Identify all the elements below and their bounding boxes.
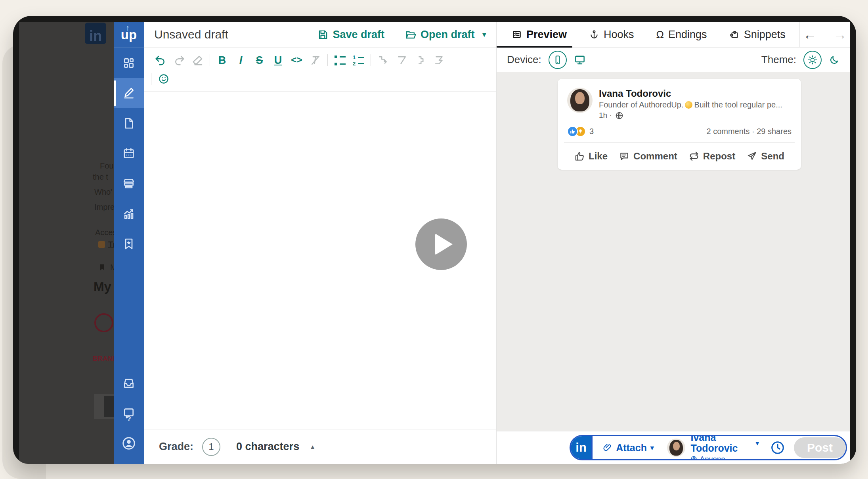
globe-icon bbox=[615, 111, 623, 120]
tab-endings[interactable]: Ω Endings bbox=[656, 22, 707, 47]
post-button[interactable]: Post bbox=[794, 437, 846, 458]
document-icon bbox=[122, 117, 135, 130]
device-theme-bar: Device: Theme: bbox=[497, 48, 850, 72]
chevron-down-icon: ▾ bbox=[650, 445, 654, 451]
comments-shares-count[interactable]: 2 comments · 29 shares bbox=[706, 127, 792, 136]
help-icon: ? bbox=[122, 407, 135, 420]
social-proof-row: 3 2 comments · 29 shares bbox=[558, 120, 801, 137]
theme-dark-button[interactable] bbox=[829, 54, 840, 65]
arrow-left-icon[interactable]: ← bbox=[803, 28, 817, 41]
post-preview-card: Ivana Todorovic Founder of AuthoredUp.Bu… bbox=[558, 79, 801, 170]
drawers-icon bbox=[122, 177, 135, 190]
device-mobile-button[interactable] bbox=[549, 51, 567, 69]
tab-snippets[interactable]: Snippets bbox=[729, 22, 786, 47]
chevron-down-icon: ▾ bbox=[482, 31, 486, 38]
emoji-button[interactable] bbox=[154, 70, 173, 88]
puzzle-icon bbox=[729, 29, 740, 40]
send-button[interactable]: Send bbox=[747, 151, 784, 162]
sidebar-item-saved[interactable] bbox=[114, 229, 144, 259]
theme-light-button[interactable] bbox=[803, 51, 822, 69]
anchor-icon bbox=[589, 29, 599, 40]
undo-button[interactable] bbox=[151, 52, 170, 69]
thumb-up-icon bbox=[574, 151, 585, 161]
app-sidebar: ↑ up ? bbox=[114, 22, 144, 464]
dimmed-text: Fou bbox=[100, 161, 113, 171]
linebreak-style-3-button[interactable] bbox=[411, 52, 430, 69]
compose-bar: in Attach ▾ Ivana Todorovic ▾ Anyone bbox=[497, 431, 850, 464]
post-time: 1h · bbox=[599, 111, 782, 120]
schedule-button[interactable] bbox=[770, 440, 785, 455]
linebreak-style-1-button[interactable] bbox=[374, 52, 392, 69]
sidebar-item-analytics[interactable] bbox=[114, 199, 144, 229]
tab-hooks[interactable]: Hooks bbox=[589, 22, 634, 47]
editor-column: Unsaved draft Save draft Open draft ▾ bbox=[144, 22, 497, 464]
composer-avatar[interactable] bbox=[667, 439, 685, 457]
send-icon bbox=[747, 151, 757, 161]
repost-button[interactable]: Repost bbox=[689, 151, 735, 162]
sidebar-item-library[interactable] bbox=[114, 169, 144, 199]
underline-button[interactable]: U bbox=[269, 52, 287, 69]
bookmark-star-icon bbox=[122, 238, 135, 250]
company-logo-dimmed bbox=[94, 313, 113, 332]
sidebar-item-drafts[interactable] bbox=[114, 108, 144, 138]
comment-icon bbox=[619, 151, 629, 161]
linebreak-style-2-button[interactable] bbox=[392, 52, 411, 69]
calendar-icon bbox=[122, 147, 135, 160]
publish-pill: in Attach ▾ Ivana Todorovic ▾ Anyone bbox=[570, 435, 847, 460]
italic-button[interactable]: I bbox=[231, 52, 250, 69]
arrow-right-icon[interactable]: → bbox=[834, 28, 847, 41]
redo-button[interactable] bbox=[170, 52, 188, 69]
like-button[interactable]: Like bbox=[574, 151, 608, 162]
save-draft-button[interactable]: Save draft bbox=[317, 29, 384, 41]
sidebar-item-editor[interactable] bbox=[114, 78, 144, 108]
like-reaction-icon bbox=[567, 126, 578, 137]
repost-icon bbox=[689, 151, 699, 161]
strikethrough-button[interactable]: S bbox=[250, 52, 269, 69]
tab-preview[interactable]: Preview bbox=[512, 22, 567, 47]
preview-panel: Preview Hooks Ω Endings Snippets ← → bbox=[497, 22, 850, 464]
attach-button[interactable]: Attach ▾ bbox=[603, 442, 654, 454]
author-selector[interactable]: Ivana Todorovic ▾ Anyone bbox=[690, 435, 759, 460]
open-draft-button[interactable]: Open draft ▾ bbox=[405, 29, 486, 41]
author-avatar bbox=[567, 88, 593, 113]
format-toolbar: B I S U <> 12 bbox=[144, 48, 496, 92]
linkedin-logo[interactable]: in bbox=[571, 436, 593, 459]
panel-tabs: Preview Hooks Ω Endings Snippets ← → bbox=[497, 22, 850, 48]
dimmed-linkedin-page: in Fou the t Who' Impre Acces Tr M My p … bbox=[19, 22, 114, 464]
author-headline: Founder of AuthoredUp.Built the tool reg… bbox=[599, 100, 782, 110]
sidebar-item-inbox[interactable] bbox=[114, 368, 144, 398]
chevron-down-icon: ▾ bbox=[755, 440, 759, 446]
grade-badge[interactable]: 1 bbox=[202, 438, 220, 456]
numbered-list-button[interactable]: 12 bbox=[349, 52, 368, 69]
device-label: Device: bbox=[507, 54, 541, 66]
editor-status-bar: Grade: 1 0 characters ▲ bbox=[144, 429, 496, 464]
sidebar-item-dashboard[interactable] bbox=[114, 48, 144, 78]
sidebar-item-account[interactable] bbox=[114, 428, 144, 458]
chevron-up-icon[interactable]: ▲ bbox=[310, 443, 315, 450]
code-button[interactable]: <> bbox=[287, 52, 306, 69]
reaction-count[interactable]: 3 bbox=[589, 127, 594, 136]
dimmed-premium-link: Tr bbox=[98, 240, 116, 249]
bold-button[interactable]: B bbox=[213, 52, 231, 69]
linebreak-style-4-button[interactable] bbox=[430, 52, 448, 69]
sidebar-item-calendar[interactable] bbox=[114, 138, 144, 169]
history-arrows: ← → bbox=[799, 22, 850, 47]
draft-title: Unsaved draft bbox=[154, 28, 317, 41]
linkedin-logo-dimmed: in bbox=[85, 23, 106, 44]
comment-button[interactable]: Comment bbox=[619, 151, 677, 162]
device-desktop-button[interactable] bbox=[574, 54, 586, 66]
omega-icon: Ω bbox=[656, 29, 664, 40]
play-button[interactable] bbox=[415, 218, 467, 270]
eraser-button[interactable] bbox=[188, 52, 207, 69]
app-window: in Fou the t Who' Impre Acces Tr M My p … bbox=[13, 16, 856, 464]
dashboard-grid-icon bbox=[122, 57, 135, 69]
clear-format-button[interactable] bbox=[306, 52, 325, 69]
bullet-list-button[interactable] bbox=[331, 52, 349, 69]
editor-canvas[interactable] bbox=[144, 92, 496, 429]
editor-header: Unsaved draft Save draft Open draft ▾ bbox=[144, 22, 496, 48]
chart-icon bbox=[122, 207, 135, 220]
char-count: 0 characters bbox=[236, 441, 299, 453]
sidebar-item-help[interactable]: ? bbox=[114, 398, 144, 428]
theme-label: Theme: bbox=[761, 54, 796, 66]
authoredup-logo[interactable]: ↑ up bbox=[114, 22, 144, 48]
